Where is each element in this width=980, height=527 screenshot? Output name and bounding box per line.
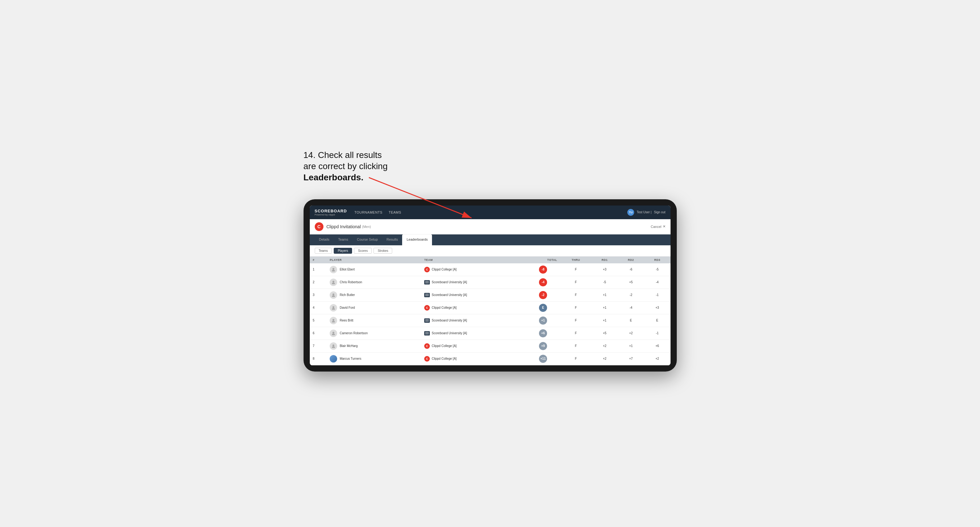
tablet-screen: SCOREBOARD Powered by clippd TOURNAMENTS…: [310, 205, 671, 365]
tab-results[interactable]: Results: [382, 235, 402, 245]
svg-point-9: [332, 308, 335, 310]
cell-thru: F: [560, 340, 592, 352]
svg-point-15: [332, 346, 335, 348]
cell-rd1: +1: [592, 314, 618, 327]
svg-point-3: [332, 270, 335, 271]
cell-player: Rees Britt: [326, 314, 421, 327]
col-team: TEAM: [421, 257, 526, 264]
tournament-logo: C: [315, 222, 323, 231]
svg-point-2: [332, 268, 334, 270]
cell-team: Scoreboard University [A]: [421, 276, 526, 289]
col-total: TOTAL: [526, 257, 560, 264]
cell-rd3: +2: [644, 352, 671, 365]
col-rd2: RD2: [618, 257, 644, 264]
cell-rd1: -5: [592, 276, 618, 289]
user-avatar: TU: [627, 209, 634, 216]
cell-total: +9: [526, 340, 560, 352]
cell-rd1: +2: [592, 352, 618, 365]
cell-team: CClippd College [A]: [421, 352, 526, 365]
cell-rank: 3: [310, 289, 327, 301]
table-row[interactable]: 7Blair McHargCClippd College [A]+9F+2+1+…: [310, 340, 671, 352]
tournament-name: Clippd Invitational: [326, 224, 361, 229]
nav-signout[interactable]: Sign out: [654, 211, 665, 214]
col-player: PLAYER: [326, 257, 421, 264]
cell-team: CClippd College [A]: [421, 301, 526, 314]
cell-rd1: +2: [592, 340, 618, 352]
cell-team: Scoreboard University [A]: [421, 327, 526, 340]
brand-logo: SCOREBOARD Powered by clippd: [315, 209, 347, 216]
col-rd1: RD1: [592, 257, 618, 264]
cell-rd2: -4: [618, 301, 644, 314]
cell-thru: F: [560, 276, 592, 289]
svg-point-10: [332, 319, 334, 321]
cell-total: +6: [526, 327, 560, 340]
svg-point-8: [332, 306, 334, 308]
cell-rd1: +3: [592, 264, 618, 276]
outer-wrapper: 14. Check all results are correct by cli…: [304, 156, 677, 371]
cell-rd3: E: [644, 314, 671, 327]
powered-by-text: Powered by clippd: [315, 213, 347, 216]
cell-rd1: +1: [592, 289, 618, 301]
cell-rank: 8: [310, 352, 327, 365]
nav-tournaments[interactable]: TOURNAMENTS: [354, 209, 382, 216]
instruction-line1: 14. Check all results: [304, 150, 382, 160]
cancel-button[interactable]: Cancel ✕: [651, 224, 665, 229]
instruction-block: 14. Check all results are correct by cli…: [304, 149, 388, 183]
svg-point-5: [332, 283, 335, 284]
filter-bar: Teams Players Scores Strokes: [310, 245, 671, 257]
svg-point-7: [332, 295, 335, 297]
instruction-line2: are correct by clicking: [304, 161, 388, 171]
cell-rank: 1: [310, 264, 327, 276]
tournament-header: C Clippd Invitational (Men) Cancel ✕: [310, 219, 671, 235]
col-rd3: RD3: [644, 257, 671, 264]
cell-rd3: -5: [644, 264, 671, 276]
filter-scores[interactable]: Scores: [354, 248, 372, 254]
tab-teams[interactable]: Teams: [334, 235, 352, 245]
cell-thru: F: [560, 264, 592, 276]
table-row[interactable]: 8Marcus TurnersCClippd College [A]+11F+2…: [310, 352, 671, 365]
tab-leaderboards[interactable]: Leaderboards: [402, 235, 432, 245]
cell-rd3: -4: [644, 276, 671, 289]
cell-rank: 6: [310, 327, 327, 340]
svg-point-14: [332, 344, 334, 346]
table-row[interactable]: 4David FordCClippd College [A]EF+1-4+3: [310, 301, 671, 314]
cell-rd1: +1: [592, 301, 618, 314]
top-nav: SCOREBOARD Powered by clippd TOURNAMENTS…: [310, 205, 671, 219]
instruction-line3: Leaderboards.: [304, 173, 364, 182]
cell-rd3: -1: [644, 289, 671, 301]
cell-total: +1: [526, 314, 560, 327]
table-row[interactable]: 2Chris RobertsonScoreboard University [A…: [310, 276, 671, 289]
cell-rd2: E: [618, 314, 644, 327]
filter-players[interactable]: Players: [334, 248, 352, 254]
cell-team: Scoreboard University [A]: [421, 314, 526, 327]
cell-team: CClippd College [A]: [421, 340, 526, 352]
cell-rd2: +7: [618, 352, 644, 365]
cell-rank: 7: [310, 340, 327, 352]
cell-player: Blair McHarg: [326, 340, 421, 352]
tab-course-setup[interactable]: Course Setup: [353, 235, 382, 245]
cell-thru: F: [560, 314, 592, 327]
filter-strokes[interactable]: Strokes: [374, 248, 392, 254]
cell-total: -2: [526, 289, 560, 301]
filter-teams[interactable]: Teams: [315, 248, 332, 254]
cell-player: Marcus Turners: [326, 352, 421, 365]
cell-rd2: -2: [618, 289, 644, 301]
cell-thru: F: [560, 301, 592, 314]
tablet-frame: SCOREBOARD Powered by clippd TOURNAMENTS…: [304, 199, 677, 371]
table-row[interactable]: 6Cameron RobertsonScoreboard University …: [310, 327, 671, 340]
leaderboard-table: # PLAYER TEAM TOTAL THRU RD1 RD2 RD3 1El…: [310, 257, 671, 365]
cell-total: -8: [526, 264, 560, 276]
col-rank: #: [310, 257, 327, 264]
tab-details[interactable]: Details: [315, 235, 334, 245]
cell-total: -4: [526, 276, 560, 289]
table-row[interactable]: 1Elliot EbertCClippd College [A]-8F+3-6-…: [310, 264, 671, 276]
nav-teams[interactable]: TEAMS: [389, 209, 401, 216]
cell-total: +11: [526, 352, 560, 365]
cell-rd2: -6: [618, 264, 644, 276]
table-row[interactable]: 3Rich ButlerScoreboard University [A]-2F…: [310, 289, 671, 301]
cell-player: Elliot Ebert: [326, 264, 421, 276]
svg-point-12: [332, 332, 334, 333]
cell-thru: F: [560, 352, 592, 365]
cell-team: Scoreboard University [A]: [421, 289, 526, 301]
table-row[interactable]: 5Rees BrittScoreboard University [A]+1F+…: [310, 314, 671, 327]
